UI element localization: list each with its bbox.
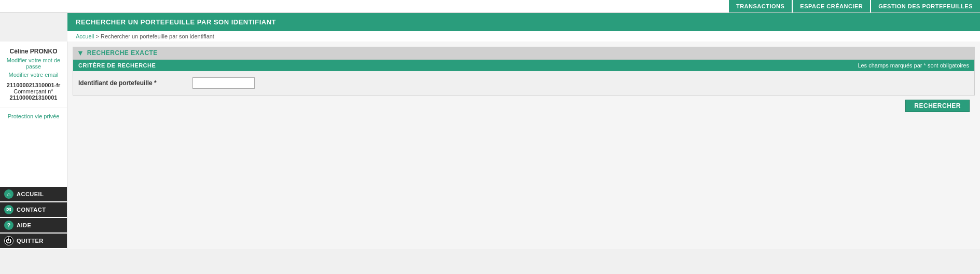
identifiant-input[interactable] bbox=[192, 77, 255, 89]
menu-accueil-label: ACCUEIL bbox=[17, 191, 44, 197]
search-button[interactable]: RECHERCHER bbox=[905, 100, 970, 112]
nav-gestion-portefeuilles[interactable]: GESTION DES PORTEFEUILLES bbox=[870, 0, 980, 12]
menu-aide[interactable]: ? AIDE bbox=[0, 218, 67, 232]
change-email-link[interactable]: Modifier votre email bbox=[5, 72, 62, 78]
menu-quitter[interactable]: ⏻ QUITTER bbox=[0, 234, 67, 248]
breadcrumb-separator: > bbox=[96, 33, 101, 39]
main-layout: Céline PRONKO Modifier votre mot de pass… bbox=[0, 42, 980, 249]
criteria-body: Identifiant de portefeuille * bbox=[73, 71, 974, 95]
merchant-label: Commerçant n° bbox=[5, 88, 62, 94]
search-btn-row: RECHERCHER bbox=[73, 95, 975, 116]
toggle-triangle-icon: ▼ bbox=[77, 49, 84, 57]
form-row-identifiant: Identifiant de portefeuille * bbox=[78, 77, 969, 89]
identifiant-label: Identifiant de portefeuille * bbox=[78, 79, 192, 87]
nav-transactions[interactable]: TRANSACTIONS bbox=[728, 0, 792, 12]
menu-aide-label: AIDE bbox=[17, 222, 31, 228]
user-name: Céline PRONKO bbox=[5, 48, 62, 55]
search-section: ▼ RECHERCHE EXACTE CRITÈRE DE RECHERCHE … bbox=[73, 47, 975, 116]
contact-icon: ✉ bbox=[4, 205, 13, 214]
menu-accueil[interactable]: ⌂ ACCUEIL bbox=[0, 187, 67, 201]
sidebar: Céline PRONKO Modifier votre mot de pass… bbox=[0, 42, 67, 249]
merchant-id: 211000021310001-fr bbox=[5, 82, 62, 88]
top-nav: TRANSACTIONS ESPACE CRÉANCIER GESTION DE… bbox=[0, 0, 980, 13]
criteria-header: CRITÈRE DE RECHERCHE Les champs marqués … bbox=[73, 60, 974, 71]
breadcrumb: Accueil > Rechercher un portefeuille par… bbox=[67, 31, 980, 42]
change-password-link[interactable]: Modifier votre mot de passe bbox=[5, 57, 62, 70]
criteria-box: CRITÈRE DE RECHERCHE Les champs marqués … bbox=[73, 59, 975, 95]
menu-contact-label: CONTACT bbox=[17, 207, 46, 213]
menu-contact[interactable]: ✉ CONTACT bbox=[0, 202, 67, 217]
quitter-icon: ⏻ bbox=[4, 236, 13, 245]
breadcrumb-current: Rechercher un portefeuille par son ident… bbox=[101, 33, 214, 39]
accueil-icon: ⌂ bbox=[4, 189, 13, 199]
sidebar-privacy: Protection vie privée bbox=[0, 107, 67, 125]
toggle-label: RECHERCHE EXACTE bbox=[87, 49, 158, 57]
sidebar-menu: ⌂ ACCUEIL ✉ CONTACT ? AIDE ⏻ QUITTER bbox=[0, 187, 67, 249]
required-note: Les champs marqués par * sont obligatoir… bbox=[858, 62, 969, 68]
page-title-bar: RECHERCHER UN PORTEFEUILLE PAR SON IDENT… bbox=[67, 13, 980, 31]
section-toggle[interactable]: ▼ RECHERCHE EXACTE bbox=[73, 47, 975, 59]
page-title: RECHERCHER UN PORTEFEUILLE PAR SON IDENT… bbox=[76, 18, 972, 26]
breadcrumb-home[interactable]: Accueil bbox=[76, 33, 94, 39]
nav-espace-creancier[interactable]: ESPACE CRÉANCIER bbox=[792, 0, 870, 12]
menu-quitter-label: QUITTER bbox=[17, 238, 44, 244]
merchant-num: 211000021310001 bbox=[5, 94, 62, 101]
criteria-title: CRITÈRE DE RECHERCHE bbox=[78, 62, 156, 68]
sidebar-user-info: Céline PRONKO Modifier votre mot de pass… bbox=[0, 42, 67, 107]
privacy-link[interactable]: Protection vie privée bbox=[8, 113, 60, 119]
aide-icon: ? bbox=[4, 221, 13, 230]
content-area: ▼ RECHERCHE EXACTE CRITÈRE DE RECHERCHE … bbox=[67, 42, 980, 249]
